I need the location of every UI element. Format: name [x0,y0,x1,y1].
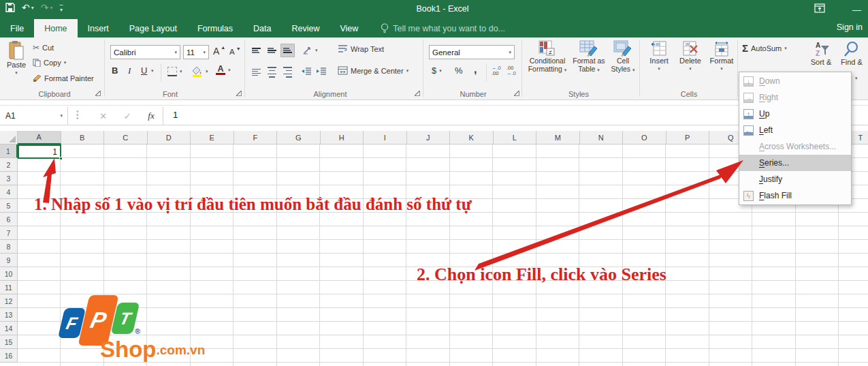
row-header-13[interactable]: 13 [0,308,18,322]
row-header-10[interactable]: 10 [0,267,18,281]
chevron-down-icon[interactable]: ▾ [50,5,52,11]
clipboard-dialog-launcher-icon[interactable] [95,91,101,96]
chevron-down-icon[interactable]: ▾ [31,5,34,11]
bottom-align-button[interactable] [280,44,295,57]
top-align-button[interactable] [249,44,263,57]
column-header-F[interactable]: F [234,131,278,144]
format-painter-button[interactable]: Format Painter [33,74,94,82]
alignment-dialog-launcher-icon[interactable] [415,91,420,96]
tab-home[interactable]: Home [34,19,77,37]
select-all-button[interactable] [0,131,18,144]
font-name-select[interactable]: Calibri▾ [110,45,180,59]
fill-color-button[interactable]: ▾ [191,65,208,77]
align-left-button[interactable] [249,65,263,79]
column-header-E[interactable]: E [191,131,234,144]
align-center-button[interactable] [265,65,279,79]
font-dialog-launcher-icon[interactable] [236,91,242,96]
copy-button[interactable]: Copy▾ [33,59,66,67]
find-select-button[interactable]: Find & [837,40,866,66]
autosum-button[interactable]: ΣAutoSum▾ [742,42,787,54]
borders-button[interactable]: ▾ [167,67,182,76]
column-header-I[interactable]: I [364,131,407,144]
insert-cells-button[interactable]: Insert ▾ [644,40,674,73]
column-header-P[interactable]: P [666,131,710,144]
wrap-text-button[interactable]: Wrap Text [338,44,384,53]
menu-item-justify[interactable]: Justify [739,171,851,187]
customize-qat-button[interactable]: –▾ [60,3,63,12]
column-header-H[interactable]: H [321,131,364,144]
row-header-7[interactable]: 7 [0,226,18,240]
fill-handle[interactable] [59,157,63,160]
row-header-15[interactable]: 15 [0,335,18,349]
percent-style-button[interactable]: % [455,65,463,76]
row-header-6[interactable]: 6 [0,213,18,226]
middle-align-button[interactable] [265,44,279,57]
column-header-J[interactable]: J [407,131,451,144]
menu-item-left[interactable]: ←Left [739,122,851,138]
tab-review[interactable]: Review [281,19,329,37]
column-header-G[interactable]: G [277,131,321,144]
decrease-indent-button[interactable] [301,67,312,76]
underline-options-button[interactable]: ▾ [151,68,154,74]
column-header-A[interactable]: A [18,131,61,144]
conditional-formatting-button[interactable]: ≠ Conditional Formatting ▾ [525,40,570,74]
decrease-font-button[interactable]: A▼ [229,46,241,57]
tab-file[interactable]: File [0,19,34,37]
cell-styles-button[interactable]: Cell Styles ▾ [608,40,638,74]
row-header-12[interactable]: 12 [0,294,18,308]
clear-button-partial[interactable]: ▾ [855,76,858,81]
redo-button[interactable]: ↷▾ [41,2,53,13]
sort-filter-button[interactable]: AZ Sort & [807,40,835,66]
ribbon-display-options-button[interactable] [814,3,825,16]
column-header-N[interactable]: N [580,131,624,144]
formula-bar-splitter[interactable]: ••• [76,110,79,120]
minimize-button[interactable]: — [852,5,861,15]
cut-button[interactable]: ✂Cut [33,43,54,52]
row-header-2[interactable]: 2 [0,158,18,172]
column-header-M[interactable]: M [536,131,580,144]
row-header-1[interactable]: 1 [0,144,18,158]
tab-formulas[interactable]: Formulas [187,19,243,37]
row-header-4[interactable]: 4 [0,185,18,199]
underline-button[interactable]: U [141,65,147,76]
tab-view[interactable]: View [329,19,368,37]
tab-insert[interactable]: Insert [78,19,119,37]
menu-item-up[interactable]: ↑Up [739,106,851,122]
row-header-8[interactable]: 8 [0,240,18,254]
bold-button[interactable]: B [112,65,118,76]
save-button[interactable] [5,3,15,12]
row-header-3[interactable]: 3 [0,172,18,185]
accounting-format-button[interactable]: $▾ [432,65,442,76]
number-dialog-launcher-icon[interactable] [514,91,519,96]
cancel-icon[interactable]: ✕ [99,111,107,121]
increase-font-button[interactable]: A▲ [213,45,225,57]
font-size-select[interactable]: 11▾ [183,45,209,59]
comma-style-button[interactable]: , [474,63,477,76]
format-as-table-button[interactable]: Format as Table ▾ [572,40,606,74]
row-header-16[interactable]: 16 [0,349,18,363]
increase-indent-button[interactable] [316,67,327,76]
row-header-14[interactable]: 14 [0,322,18,335]
row-header-5[interactable]: 5 [0,199,18,213]
orientation-button[interactable]: ▾ [302,46,318,55]
decrease-decimal-button[interactable]: .00→.0 [507,65,516,76]
column-header-B[interactable]: B [61,131,105,144]
row-header-11[interactable]: 11 [0,281,18,294]
align-right-button[interactable] [280,65,295,79]
column-header-C[interactable]: C [104,131,148,144]
delete-cells-button[interactable]: Delete ▾ [675,40,705,73]
merge-center-button[interactable]: Merge & Center▾ [338,66,408,75]
enter-check-icon[interactable]: ✓ [124,111,131,121]
row-header-9[interactable]: 9 [0,254,18,267]
format-cells-button[interactable]: Format ▾ [707,40,737,73]
italic-button[interactable]: I [128,65,131,76]
formula-input[interactable]: 1 [173,110,178,120]
font-color-button[interactable]: A ▾ [216,65,231,75]
column-header-L[interactable]: L [494,131,537,144]
paste-button[interactable]: Paste ▾ [3,40,30,77]
cell-A1[interactable]: 1 [18,144,61,159]
number-format-select[interactable]: General▾ [429,45,515,59]
menu-item-flash-fill[interactable]: ϟFlash Fill [739,187,851,204]
column-header-O[interactable]: O [623,131,666,144]
column-header-K[interactable]: K [450,131,494,144]
